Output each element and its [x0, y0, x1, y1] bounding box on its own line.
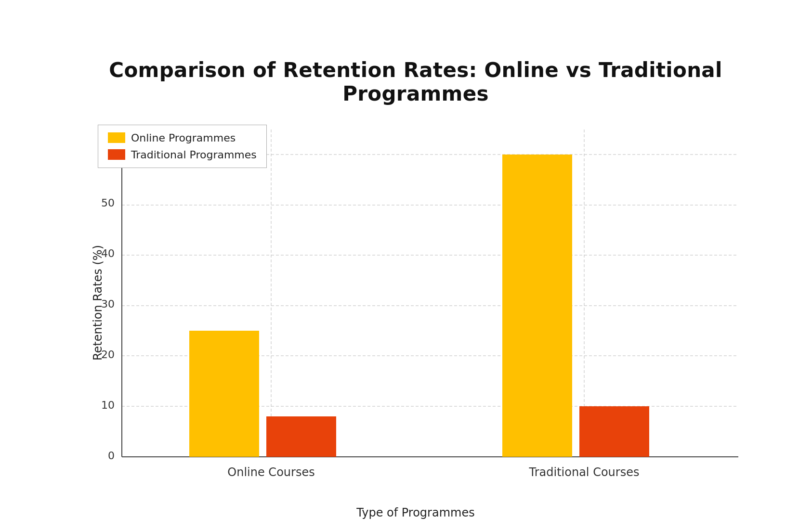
- legend-label-traditional: Traditional Programmes: [131, 149, 257, 161]
- legend-swatch-online: [108, 132, 125, 143]
- legend-item-online: Online Programmes: [108, 132, 257, 144]
- svg-text:10: 10: [101, 399, 115, 411]
- svg-text:40: 40: [101, 247, 115, 259]
- svg-text:Traditional Courses: Traditional Courses: [529, 465, 640, 479]
- svg-text:20: 20: [101, 349, 115, 361]
- legend-label-online: Online Programmes: [131, 132, 236, 144]
- svg-text:50: 50: [101, 197, 115, 209]
- legend-item-traditional: Traditional Programmes: [108, 149, 257, 161]
- svg-text:Online Courses: Online Courses: [227, 465, 314, 479]
- bar-online-courses-online: [189, 331, 259, 457]
- chart-area: Online Programmes Traditional Programmes…: [83, 120, 748, 486]
- chart-legend: Online Programmes Traditional Programmes: [98, 125, 267, 168]
- bar-traditional-courses-online: [502, 155, 572, 457]
- bar-traditional-courses-traditional: [579, 406, 649, 457]
- chart-container: Comparison of Retention Rates: Online vs…: [26, 29, 786, 501]
- chart-svg: 0 10 20 30 40 50 60 Online Courses Tradi…: [83, 120, 748, 486]
- bar-online-courses-traditional: [266, 416, 336, 457]
- chart-title: Comparison of Retention Rates: Online vs…: [83, 58, 748, 105]
- svg-text:0: 0: [108, 450, 115, 462]
- x-axis-label: Type of Programmes: [356, 506, 474, 519]
- legend-swatch-traditional: [108, 149, 125, 160]
- svg-text:30: 30: [101, 298, 115, 310]
